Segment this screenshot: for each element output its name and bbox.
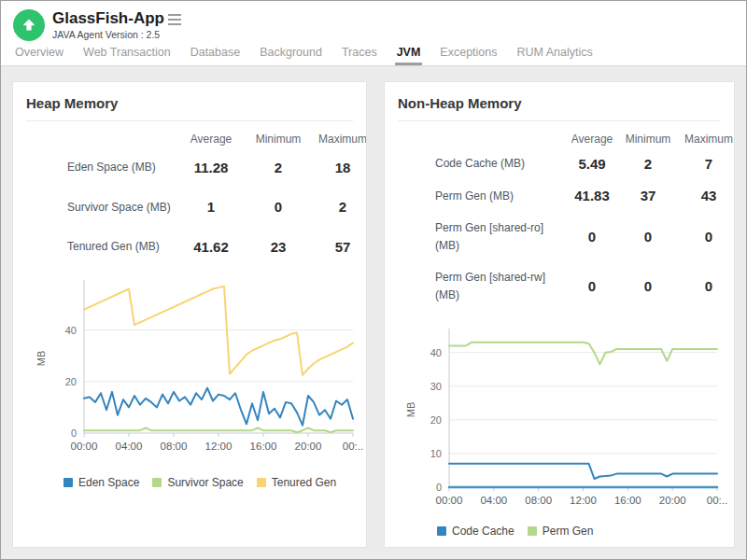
metric-maximum: 57 bbox=[310, 227, 367, 267]
series-tenured-gen bbox=[84, 287, 353, 375]
heap-memory-panel: Heap Memory Average Minimum Maximum Eden… bbox=[12, 81, 367, 548]
metric-maximum: 43 bbox=[678, 180, 735, 213]
table-row: Eden Space (MB) 11.28 2 18 bbox=[26, 147, 367, 188]
tab-background[interactable]: Background bbox=[258, 41, 324, 65]
metric-minimum: 0 bbox=[247, 188, 310, 228]
metric-minimum: 0 bbox=[618, 261, 678, 311]
metric-maximum: 0 bbox=[678, 261, 735, 311]
metric-minimum: 2 bbox=[247, 147, 310, 188]
svg-text:20: 20 bbox=[430, 413, 442, 425]
legend-item-perm-gen-shared-ro[interactable]: Perm Gen [shared-ro] bbox=[437, 547, 560, 548]
legend-label: Code Cache bbox=[452, 525, 514, 538]
divider bbox=[398, 120, 721, 121]
legend-item-survivor-space[interactable]: Survivor Space bbox=[152, 476, 243, 489]
svg-text:0: 0 bbox=[71, 427, 77, 439]
svg-text:40: 40 bbox=[430, 346, 442, 357]
tab-exceptions[interactable]: Exceptions bbox=[438, 41, 499, 65]
svg-text:16:00: 16:00 bbox=[250, 441, 277, 452]
legend-item-perm-gen[interactable]: Perm Gen bbox=[528, 525, 594, 538]
non-heap-memory-legend: Code CachePerm GenPerm Gen [shared-ro]Pe… bbox=[437, 525, 726, 548]
legend-item-tenured-gen[interactable]: Tenured Gen bbox=[257, 476, 336, 489]
non-heap-memory-chart[interactable]: 01020304000:0004:0008:0012:0016:0020:000… bbox=[398, 319, 734, 513]
tab-overview[interactable]: Overview bbox=[13, 41, 65, 65]
metric-label: Tenured Gen (MB) bbox=[26, 227, 176, 267]
legend-swatch bbox=[528, 526, 537, 536]
table-row: Code Cache (MB) 5.49 2 7 bbox=[398, 147, 735, 180]
table-row: Perm Gen (MB) 41.83 37 43 bbox=[398, 180, 735, 213]
table-header-row: Average Minimum Maximum bbox=[398, 123, 735, 147]
metric-average: 1 bbox=[176, 188, 247, 228]
monitor-status-badge bbox=[13, 9, 45, 41]
non-heap-memory-panel: Non-Heap Memory Average Minimum Maximum … bbox=[384, 81, 735, 548]
page-title: GlassFish-App bbox=[52, 9, 164, 27]
metric-label: Perm Gen [shared-ro] (MB) bbox=[398, 212, 566, 261]
metric-average: 0 bbox=[566, 212, 618, 261]
col-header-minimum: Minimum bbox=[618, 123, 678, 147]
legend-item-code-cache[interactable]: Code Cache bbox=[437, 525, 514, 538]
non-heap-memory-table: Average Minimum Maximum Code Cache (MB) … bbox=[398, 123, 735, 312]
svg-text:00:00: 00:00 bbox=[436, 495, 463, 506]
metric-minimum: 0 bbox=[618, 212, 678, 261]
metric-maximum: 2 bbox=[310, 188, 367, 228]
metric-minimum: 23 bbox=[247, 227, 310, 267]
table-row: Tenured Gen (MB) 41.62 23 57 bbox=[26, 227, 367, 267]
svg-text:20:00: 20:00 bbox=[295, 441, 322, 452]
svg-text:00:..: 00:.. bbox=[343, 441, 363, 452]
series-survivor-space bbox=[84, 427, 353, 432]
legend-label: Perm Gen bbox=[543, 525, 594, 538]
heap-memory-table: Average Minimum Maximum Eden Space (MB) … bbox=[26, 123, 367, 267]
heap-memory-legend: Eden SpaceSurvivor SpaceTenured Gen bbox=[63, 476, 355, 489]
tab-web-transaction[interactable]: Web Transaction bbox=[81, 41, 173, 65]
tab-jvm[interactable]: JVM bbox=[395, 41, 423, 65]
metric-label: Perm Gen [shared-rw] (MB) bbox=[398, 261, 566, 311]
divider bbox=[26, 120, 353, 121]
legend-item-eden-space[interactable]: Eden Space bbox=[63, 476, 139, 489]
col-header-maximum: Maximum bbox=[678, 123, 735, 147]
series-perm-gen bbox=[449, 342, 717, 364]
heap-memory-chart[interactable]: 0204000:0004:0008:0012:0016:0020:0000:..… bbox=[26, 273, 367, 461]
tab-database[interactable]: Database bbox=[189, 41, 243, 65]
svg-text:20:00: 20:00 bbox=[659, 495, 686, 506]
svg-text:00:00: 00:00 bbox=[71, 441, 98, 452]
legend-swatch bbox=[257, 478, 266, 487]
svg-text:30: 30 bbox=[430, 380, 442, 391]
legend-swatch bbox=[63, 478, 73, 487]
metric-label: Perm Gen (MB) bbox=[398, 180, 566, 213]
metric-minimum: 2 bbox=[618, 147, 678, 180]
svg-text:20: 20 bbox=[65, 376, 77, 387]
metric-label: Eden Space (MB) bbox=[26, 147, 176, 188]
up-arrow-icon bbox=[21, 17, 37, 34]
metric-average: 0 bbox=[566, 261, 618, 311]
svg-text:04:00: 04:00 bbox=[116, 441, 143, 452]
table-row: Perm Gen [shared-rw] (MB) 0 0 0 bbox=[398, 261, 735, 311]
tab-traces[interactable]: Traces bbox=[340, 41, 379, 65]
panel-title: Heap Memory bbox=[26, 95, 366, 111]
col-header-minimum: Minimum bbox=[247, 123, 310, 147]
legend-label: Perm Gen [shared-ro] bbox=[452, 547, 560, 548]
menu-icon[interactable] bbox=[168, 14, 181, 25]
svg-text:MB: MB bbox=[405, 401, 416, 417]
svg-text:40: 40 bbox=[65, 324, 77, 335]
metric-maximum: 18 bbox=[310, 147, 367, 188]
svg-text:10: 10 bbox=[430, 447, 442, 458]
metric-maximum: 7 bbox=[678, 147, 735, 180]
legend-swatch bbox=[437, 526, 446, 536]
metric-label: Survivor Space (MB) bbox=[26, 188, 176, 228]
metric-average: 11.28 bbox=[176, 147, 247, 188]
table-row: Survivor Space (MB) 1 0 2 bbox=[26, 188, 367, 228]
table-row: Perm Gen [shared-ro] (MB) 0 0 0 bbox=[398, 212, 735, 261]
series-eden-space bbox=[84, 387, 353, 425]
legend-label: Perm Gen [shared-rw] bbox=[588, 547, 698, 548]
tab-rum-analytics[interactable]: RUM Analytics bbox=[515, 41, 595, 65]
svg-text:0: 0 bbox=[436, 482, 442, 493]
app-header: GlassFish-App JAVA Agent Version : 2.5 bbox=[1, 1, 746, 41]
legend-label: Survivor Space bbox=[167, 476, 243, 489]
svg-text:04:00: 04:00 bbox=[480, 495, 507, 506]
svg-text:00:..: 00:.. bbox=[707, 495, 727, 506]
metric-average: 41.83 bbox=[566, 180, 618, 213]
metric-average: 5.49 bbox=[566, 147, 618, 180]
metric-label: Code Cache (MB) bbox=[398, 147, 566, 180]
app-meta: GlassFish-App JAVA Agent Version : 2.5 bbox=[52, 9, 181, 40]
legend-item-perm-gen-shared-rw[interactable]: Perm Gen [shared-rw] bbox=[573, 547, 698, 548]
tab-bar: Overview Web Transaction Database Backgr… bbox=[1, 41, 746, 66]
